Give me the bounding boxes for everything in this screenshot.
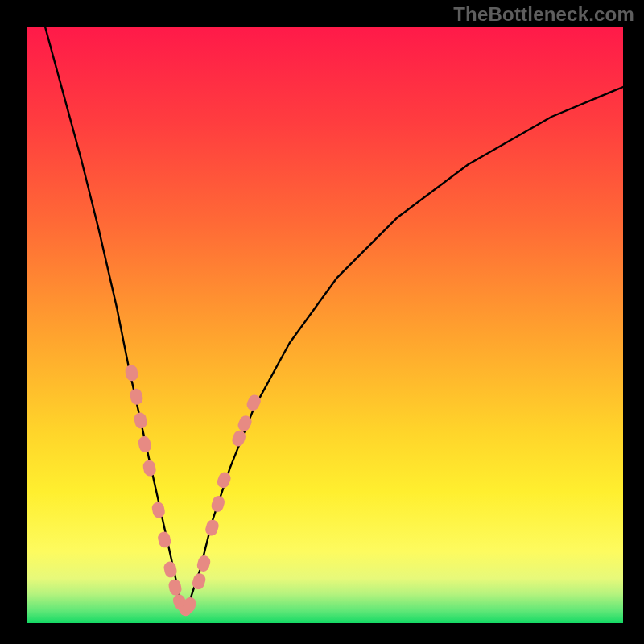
- marker-capsule: [151, 501, 166, 519]
- marker-capsule: [137, 436, 152, 454]
- marker-capsule: [196, 554, 212, 572]
- marker-capsule: [129, 387, 144, 406]
- plot-area: [27, 27, 623, 623]
- chart-svg: [27, 27, 623, 623]
- marker-capsule: [167, 578, 183, 597]
- marker-capsule: [157, 530, 172, 549]
- marker-group: [124, 364, 262, 618]
- bottleneck-curve: [27, 27, 623, 611]
- marker-capsule: [133, 411, 148, 430]
- marker-capsule: [124, 364, 139, 382]
- marker-capsule: [210, 494, 226, 513]
- marker-capsule: [142, 459, 157, 477]
- marker-capsule: [204, 518, 220, 537]
- marker-capsule: [216, 470, 233, 489]
- outer-frame: TheBottleneck.com: [0, 0, 644, 644]
- watermark-label: TheBottleneck.com: [453, 3, 634, 26]
